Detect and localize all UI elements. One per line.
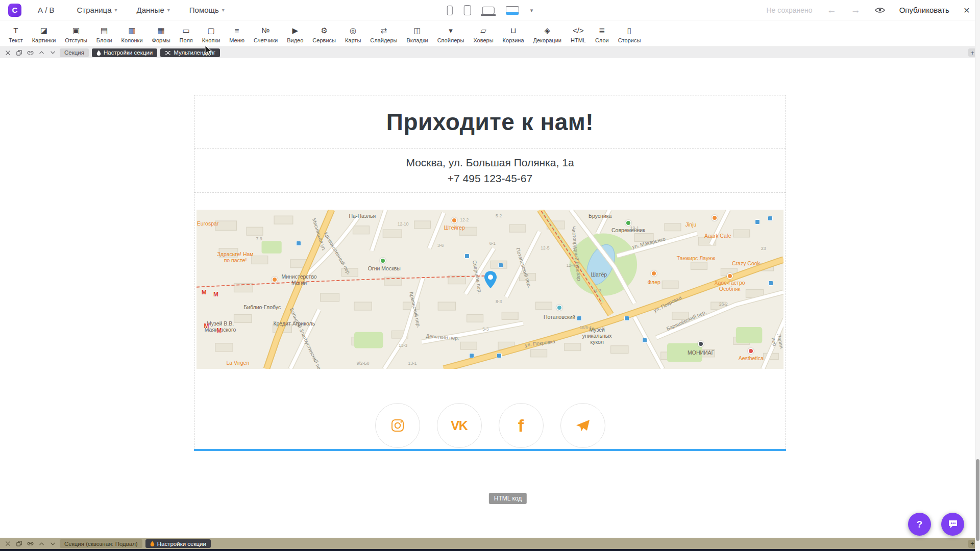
map-label: 26-2 xyxy=(719,302,728,307)
section-settings-button[interactable]: Настройки секции xyxy=(92,48,157,57)
html-block-tooltip: HTML код xyxy=(489,493,527,504)
section-copy-button[interactable] xyxy=(15,48,23,57)
map-label: Jinju xyxy=(685,221,697,228)
link-icon xyxy=(27,51,34,55)
device-phone-icon[interactable] xyxy=(447,6,453,15)
scrollbar-thumb[interactable] xyxy=(976,459,979,541)
map-block[interactable]: Мясницкая ул.Кривоколенный пер.Сверчков … xyxy=(197,210,783,369)
multilanding-button[interactable]: Мультилендинг xyxy=(160,48,220,57)
map-label: 5-3 xyxy=(482,327,488,332)
toolbar-item[interactable]: ▶ Видео xyxy=(282,21,308,46)
toolbar-item-label: Блоки xyxy=(96,37,112,43)
toolbar-item[interactable]: № Счетчики xyxy=(249,21,282,46)
vertical-scrollbar[interactable] xyxy=(975,0,980,551)
section-move-up-button[interactable] xyxy=(37,540,45,548)
heading-block[interactable]: Приходите к нам! xyxy=(194,95,786,149)
toolbar-item[interactable]: ▦ Формы xyxy=(148,21,175,46)
device-laptop-icon[interactable] xyxy=(482,7,495,14)
toolbar-item[interactable]: ▭ Поля xyxy=(175,21,198,46)
telegram-button[interactable] xyxy=(560,403,605,448)
topbar-menu-item[interactable]: Страница ▾ xyxy=(77,6,117,14)
close-editor-button[interactable]: × xyxy=(964,5,970,15)
help-button[interactable]: ? xyxy=(908,513,931,536)
toolbar-item-label: Декорации xyxy=(533,37,561,43)
toolbar-item[interactable]: ≡ Меню xyxy=(225,21,249,46)
chevron-down-icon[interactable]: ▾ xyxy=(530,7,533,14)
section-delete-button[interactable] xyxy=(4,540,12,548)
toolbar-item[interactable]: ⊔ Корзина xyxy=(498,21,529,46)
section-link-button[interactable] xyxy=(26,48,34,57)
site-footer[interactable]: Jam Coffee Франчайзинг О компании Полити… xyxy=(0,549,980,551)
toolbar-item-label: Сервисы xyxy=(312,37,336,43)
map-poi-marker xyxy=(625,220,631,226)
transit-stop-icon xyxy=(497,353,502,358)
app-logo[interactable]: C xyxy=(8,4,21,17)
redo-button[interactable]: → xyxy=(851,5,861,15)
facebook-button[interactable]: f xyxy=(499,403,544,448)
toolbar-item[interactable]: ⇄ Слайдеры xyxy=(365,21,402,46)
publish-button[interactable]: Опубликовать xyxy=(899,6,949,14)
section-controls-footer: Секция (сквозная: Подвал) Настройки секц… xyxy=(0,538,980,549)
toolbar-item[interactable]: ▤ Блоки xyxy=(92,21,117,46)
preview-eye-button[interactable] xyxy=(875,7,885,14)
device-tablet-icon[interactable] xyxy=(464,5,471,15)
map-label: Aaark Cafe xyxy=(704,233,731,239)
map-label: 8-3 xyxy=(496,299,502,305)
toolbar-item-icon: ⚙ xyxy=(321,25,327,36)
section-delete-button[interactable] xyxy=(4,48,12,57)
widget-toolbar: T Текст ◪ Картинки ▣ Отступы ▤ Блоки ▥ К… xyxy=(0,20,980,47)
toolbar-item[interactable]: ≣ Слои xyxy=(591,21,614,46)
section-settings-label: Настройки секции xyxy=(157,541,206,547)
section-move-down-button[interactable] xyxy=(48,540,57,548)
section-copy-button[interactable] xyxy=(15,540,23,548)
toolbar-item[interactable]: ▾ Спойлеры xyxy=(433,21,469,46)
toolbar-item-label: HTML xyxy=(571,37,586,43)
toolbar-item[interactable]: ◪ Картинки xyxy=(28,21,61,46)
toolbar-item[interactable]: ▯ Сторисы xyxy=(614,21,646,46)
page-title: Приходите к нам! xyxy=(386,108,594,136)
undo-button[interactable]: ← xyxy=(827,5,837,15)
topbar-menu-item[interactable]: Помощь ▾ xyxy=(189,6,225,14)
instagram-button[interactable] xyxy=(375,403,420,448)
topbar-menu-item[interactable]: А / В xyxy=(38,6,58,14)
map-label: Барашёвский пер. xyxy=(666,309,707,332)
toolbar-item[interactable]: T Текст xyxy=(4,21,28,46)
toolbar-item-label: Формы xyxy=(152,37,170,43)
section-move-up-button[interactable] xyxy=(37,48,45,57)
map-label: Потаповский xyxy=(544,314,575,320)
toolbar-item[interactable]: ◎ Карты xyxy=(340,21,365,46)
device-desktop-icon[interactable] xyxy=(506,6,519,15)
section-move-down-button[interactable] xyxy=(48,48,57,57)
section-link-button[interactable] xyxy=(26,540,34,548)
toolbar-item-label: Корзина xyxy=(503,37,524,43)
map-label: Aesthetica xyxy=(739,355,764,361)
phone-text: +7 495 123-45-67 xyxy=(448,172,532,185)
toolbar-item-icon: ⇄ xyxy=(381,25,387,36)
map-label: ул. Макаренко xyxy=(631,236,666,249)
toolbar-item-icon: ▤ xyxy=(101,25,108,36)
vk-button[interactable]: VK xyxy=(437,403,482,448)
toolbar-item[interactable]: </> HTML xyxy=(566,21,591,46)
toolbar-item[interactable]: ▣ Отступы xyxy=(60,21,92,46)
address-block[interactable]: Москва, ул. Большая Полянка, 1а +7 495 1… xyxy=(194,149,786,193)
toolbar-item[interactable]: ▢ Кнопки xyxy=(198,21,225,46)
map-label: Чистопрудный бульвар xyxy=(571,226,582,281)
html-block-highlight[interactable] xyxy=(194,449,786,451)
vk-icon: VK xyxy=(451,418,468,433)
toolbar-item[interactable]: ◈ Декорации xyxy=(529,21,566,46)
toolbar-item[interactable]: ◫ Вкладки xyxy=(402,21,432,46)
map-label: 12-10 xyxy=(398,222,409,227)
toolbar-item-label: Карты xyxy=(345,37,361,43)
chat-button[interactable] xyxy=(941,513,964,536)
contacts-section[interactable]: Приходите к нам! Москва, ул. Большая Пол… xyxy=(194,95,786,450)
map-label: Кредит Агриколь xyxy=(273,320,315,327)
toolbar-item[interactable]: ▱ Ховеры xyxy=(469,21,498,46)
section-settings-button[interactable]: Настройки секции xyxy=(145,539,211,548)
toolbar-item-label: Счетчики xyxy=(254,37,278,43)
copy-icon xyxy=(16,541,22,546)
topbar-menu-item[interactable]: Данные ▾ xyxy=(137,6,170,14)
metro-station-icon: М xyxy=(216,327,222,334)
transit-stop-icon xyxy=(755,219,760,224)
toolbar-item[interactable]: ▥ Колонки xyxy=(117,21,148,46)
toolbar-item[interactable]: ⚙ Сервисы xyxy=(308,21,340,46)
